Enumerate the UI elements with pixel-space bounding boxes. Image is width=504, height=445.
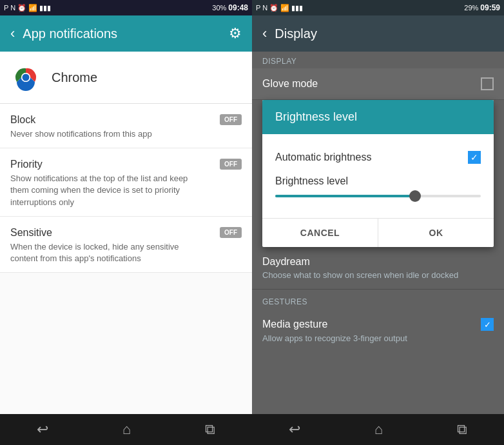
glove-mode-label: Glove mode — [262, 78, 318, 90]
back-nav-icon[interactable]: ↩ — [37, 421, 48, 438]
r-signal-icon: ▮▮▮ — [291, 4, 303, 12]
left-bottom-nav: ↩ ⌂ ⧉ — [0, 414, 252, 445]
gestures-section: GESTURES Media gesture ✓ Allow apps to r… — [252, 292, 504, 352]
signal-icon: ▮▮▮ — [39, 4, 51, 12]
r-back-button[interactable]: ‹ — [262, 25, 267, 42]
display-section-header: DISPLAY — [252, 52, 504, 68]
priority-desc: Show notifications at the top of the lis… — [10, 173, 242, 208]
left-status-icons: P N ⏰ 📶 ▮▮▮ — [4, 4, 51, 12]
left-status-bar: P N ⏰ 📶 ▮▮▮ 30% 09:48 — [0, 0, 252, 15]
left-toolbar: ‹ App notifications ⚙ — [0, 15, 252, 52]
gestures-section-header: GESTURES — [252, 292, 504, 309]
slider-thumb[interactable] — [409, 190, 421, 202]
right-bottom-nav: ↩ ⌂ ⧉ — [252, 414, 504, 445]
svg-point-2 — [23, 74, 30, 81]
daydream-desc: Choose what to show on screen when idle … — [262, 270, 494, 280]
ok-button[interactable]: OK — [378, 219, 494, 247]
wifi-icon: 📶 — [28, 4, 37, 12]
right-panel: P N ⏰ 📶 ▮▮▮ 29% 09:59 ‹ Display DISPLAY … — [252, 0, 504, 445]
sensitive-label: Sensitive — [10, 227, 242, 239]
r-time-display: 09:59 — [480, 3, 500, 12]
pushbullet-icon: P — [4, 4, 8, 12]
battery-text: 30% — [212, 4, 226, 12]
brightness-slider-label: Brightness level — [275, 175, 481, 187]
media-gesture-desc: Allow apps to recognize 3-finger output — [262, 333, 494, 343]
media-gesture-row: Media gesture ✓ Allow apps to recognize … — [252, 309, 504, 352]
left-panel: P N ⏰ 📶 ▮▮▮ 30% 09:48 ‹ App notification… — [0, 0, 252, 445]
media-gesture-title: Media gesture — [262, 319, 327, 330]
back-button[interactable]: ‹ — [10, 25, 15, 42]
right-status-right: 29% 09:59 — [464, 3, 500, 12]
priority-label: Priority — [10, 159, 242, 170]
brightness-dialog: Brightness level Automatic brightness ✓ … — [262, 100, 494, 247]
chrome-logo — [10, 62, 41, 93]
slider-fill — [275, 195, 415, 197]
dialog-body: Automatic brightness ✓ Brightness level — [262, 134, 494, 218]
sensitive-setting-row: Sensitive When the device is locked, hid… — [0, 217, 252, 273]
automatic-brightness-option: Automatic brightness ✓ — [275, 144, 481, 170]
media-gesture-header: Media gesture ✓ — [262, 318, 494, 331]
r-battery-text: 29% — [464, 4, 478, 12]
dialog-title: Brightness level — [262, 100, 494, 134]
block-label: Block — [10, 114, 242, 126]
recents-nav-icon[interactable]: ⧉ — [205, 421, 215, 438]
right-status-bar: P N ⏰ 📶 ▮▮▮ 29% 09:59 — [252, 0, 504, 15]
nfc-icon: N — [10, 4, 15, 12]
glove-mode-row: Glove mode — [252, 68, 504, 100]
r-back-nav-icon[interactable]: ↩ — [289, 421, 300, 438]
alarm-icon: ⏰ — [17, 4, 26, 12]
r-page-title: Display — [275, 26, 494, 41]
brightness-slider-section: Brightness level — [275, 170, 481, 208]
app-name: Chrome — [52, 70, 242, 85]
sensitive-desc: When the device is locked, hide any sens… — [10, 241, 242, 264]
sensitive-toggle[interactable]: OFF — [220, 227, 242, 238]
r-wifi-icon: 📶 — [280, 4, 289, 12]
right-toolbar: ‹ Display — [252, 15, 504, 52]
block-setting-row: Block Never show notifications from this… — [0, 104, 252, 148]
dialog-buttons: CANCEL OK — [262, 218, 494, 247]
right-status-icons: P N ⏰ 📶 ▮▮▮ — [256, 4, 303, 12]
r-alarm-icon: ⏰ — [269, 4, 278, 12]
daydream-row: Daydream Choose what to show on screen w… — [252, 247, 504, 290]
cancel-button[interactable]: CANCEL — [262, 219, 378, 247]
gear-icon[interactable]: ⚙ — [229, 25, 242, 42]
app-header: Chrome — [0, 52, 252, 104]
glove-mode-checkbox[interactable] — [481, 77, 494, 90]
home-nav-icon[interactable]: ⌂ — [122, 421, 131, 438]
daydream-title: Daydream — [262, 256, 494, 268]
media-gesture-checkbox[interactable]: ✓ — [481, 318, 494, 331]
automatic-brightness-label: Automatic brightness — [275, 152, 371, 163]
priority-toggle[interactable]: OFF — [220, 159, 242, 170]
priority-setting-row: Priority Show notifications at the top o… — [0, 148, 252, 217]
time-display: 09:48 — [228, 3, 248, 12]
left-status-right: 30% 09:48 — [212, 3, 248, 12]
page-title: App notifications — [23, 26, 221, 41]
r-nfc-icon: N — [262, 4, 267, 12]
brightness-slider-track[interactable] — [275, 195, 481, 197]
block-desc: Never show notifications from this app — [10, 128, 242, 140]
r-home-nav-icon[interactable]: ⌂ — [374, 421, 383, 438]
block-toggle[interactable]: OFF — [220, 114, 242, 125]
r-recents-nav-icon[interactable]: ⧉ — [457, 421, 467, 438]
r-pushbullet-icon: P — [256, 4, 260, 12]
automatic-brightness-checkbox[interactable]: ✓ — [468, 151, 481, 164]
